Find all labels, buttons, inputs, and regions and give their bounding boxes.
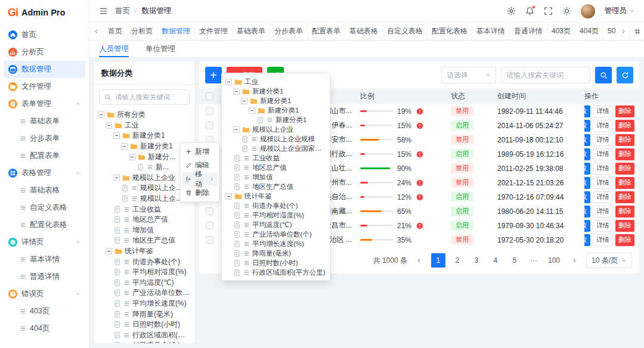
sidebar-item[interactable]: 表单管理 (4, 95, 85, 113)
tree-leaf-node[interactable]: 平均温度(℃) (98, 278, 191, 288)
tree-leaf-node[interactable]: 街道办事处(个) (98, 256, 191, 267)
sidebar-item[interactable]: 首页 (4, 26, 85, 44)
tree-expander-icon[interactable] (113, 175, 120, 181)
search-button[interactable] (595, 67, 612, 83)
tree-leaf-node[interactable]: 日照时数(小时) (98, 319, 191, 330)
edit-button[interactable]: 修改 (584, 177, 590, 189)
tree-expander-icon[interactable] (121, 143, 128, 150)
tab-item[interactable]: 配置化表格 (428, 23, 472, 40)
context-menu-item[interactable]: 删除 (182, 186, 217, 200)
detail-button[interactable]: 详情 (593, 177, 613, 189)
sidebar-item[interactable]: 分析页 (4, 44, 85, 61)
tree-leaf-node[interactable]: 降雨量(毫米) (98, 309, 191, 319)
tree-folder-node[interactable]: 新建分类1 (225, 105, 326, 115)
tree-leaf-node[interactable]: 增加值 (225, 172, 326, 182)
page-button[interactable]: 5 (507, 253, 522, 268)
filter-select[interactable]: 请选择 (441, 67, 496, 83)
subtab-item[interactable]: 单位管理 (145, 41, 175, 57)
tree-expander-icon[interactable] (129, 154, 135, 160)
detail-button[interactable]: 详情 (593, 220, 613, 232)
tree-leaf-node[interactable]: 村民委员会(个) (98, 340, 191, 343)
delete-row-button[interactable]: 删除 (615, 148, 634, 160)
edit-button[interactable]: 修改 (584, 105, 590, 117)
tree-leaf-node[interactable]: 平均增长速度(%) (225, 239, 326, 248)
tabs-scroll-right-icon[interactable] (615, 23, 630, 40)
edit-button[interactable]: 修改 (584, 120, 590, 132)
tree-folder-node[interactable]: 新建分类1 (98, 141, 191, 152)
delete-row-button[interactable]: 删除 (615, 120, 634, 132)
sidebar-item[interactable]: 文件管理 (4, 78, 85, 95)
tree-leaf-node[interactable]: 平均温度(℃) (225, 220, 326, 229)
row-checkbox[interactable] (206, 122, 213, 129)
subtab-item[interactable]: 人员管理 (99, 41, 129, 57)
sidebar-item[interactable]: 数据管理 (4, 61, 85, 78)
tab-item[interactable]: 分析页 (127, 23, 157, 40)
tree-leaf-node[interactable]: 产业活动单位数(个) (225, 229, 326, 239)
detail-button[interactable]: 详情 (593, 206, 613, 218)
tree-folder-node[interactable]: 新建分类1 (98, 130, 191, 141)
select-all-checkbox[interactable] (206, 92, 213, 100)
theme-icon[interactable] (562, 7, 571, 15)
page-button[interactable]: 4 (488, 253, 503, 268)
sidebar-subitem[interactable]: 配置化表格 (4, 216, 85, 234)
tree-leaf-node[interactable]: 地区总产值 (225, 163, 326, 172)
tree-folder-node[interactable]: 统计年鉴 (98, 246, 191, 257)
tab-item[interactable]: 基本详情 (472, 23, 510, 40)
tab-item[interactable]: 500页 (603, 23, 615, 40)
page-ellipsis[interactable]: ··· (527, 253, 541, 268)
page-button[interactable]: 100 (546, 253, 562, 268)
delete-row-button[interactable]: 删除 (615, 105, 634, 117)
sidebar-subitem[interactable]: 403页 (4, 303, 85, 320)
detail-button[interactable]: 详情 (593, 234, 613, 246)
tree-expander-icon[interactable] (233, 88, 240, 95)
fullscreen-icon[interactable] (544, 7, 553, 15)
tree-expander-icon[interactable] (98, 111, 104, 118)
detail-button[interactable]: 详情 (593, 148, 613, 160)
edit-button[interactable]: 修改 (584, 148, 590, 160)
detail-button[interactable]: 详情 (593, 134, 613, 146)
delete-row-button[interactable]: 删除 (615, 134, 634, 146)
delete-row-button[interactable]: 删除 (615, 206, 634, 218)
tree-leaf-node[interactable]: 新建分类1 (225, 115, 326, 125)
tree-leaf-node[interactable]: 规模以上企... (98, 194, 191, 204)
tree-leaf-node[interactable]: 地区总产值 (98, 215, 191, 225)
tree-leaf-node[interactable]: 产业活动单位数(个) (98, 288, 191, 299)
context-menu-item[interactable]: 新增 (182, 145, 217, 159)
tab-item[interactable]: 配置表单 (308, 23, 345, 40)
tab-item[interactable]: 403页 (547, 23, 575, 40)
sidebar-subitem[interactable]: 404页 (4, 320, 85, 337)
tree-leaf-node[interactable]: 工业收益 (225, 153, 326, 163)
sidebar-subitem[interactable]: 分步表单 (4, 130, 85, 147)
prev-page-button[interactable] (412, 253, 426, 268)
page-size-select[interactable]: 10 条/页 (586, 253, 632, 268)
edit-button[interactable]: 修改 (584, 220, 590, 232)
sidebar-item[interactable]: 错误页 (4, 285, 85, 303)
tree-expander-icon[interactable] (225, 193, 232, 200)
edit-button[interactable]: 修改 (584, 163, 590, 175)
row-checkbox[interactable] (206, 207, 213, 215)
sidebar-subitem[interactable]: 普通详情 (4, 268, 85, 285)
edit-button[interactable]: 修改 (584, 134, 590, 146)
sidebar-subitem[interactable]: 配置表单 (4, 147, 85, 164)
tree-expander-icon[interactable] (249, 107, 255, 114)
tree-leaf-node[interactable]: 行政区域面积(平方公里) (225, 268, 326, 277)
delete-row-button[interactable]: 删除 (615, 163, 634, 175)
tree-leaf-node[interactable]: 平均相对湿度(%) (225, 210, 326, 220)
tree-leaf-node[interactable]: 平均相对湿度(%) (98, 267, 191, 278)
tab-item[interactable]: 基础表单 (233, 23, 270, 40)
sidebar-subitem[interactable]: 自定义表格 (4, 199, 85, 216)
tree-expander-icon[interactable] (233, 126, 240, 133)
tree-leaf-node[interactable]: 工业收益 (98, 204, 191, 215)
tab-item[interactable]: 普通详情 (510, 23, 547, 40)
tree-leaf-node[interactable]: 增加值 (98, 225, 191, 236)
delete-row-button[interactable]: 删除 (615, 234, 634, 246)
row-checkbox[interactable] (206, 222, 213, 229)
tree-leaf-node[interactable]: 规模以上企... (98, 183, 191, 194)
tree-leaf-node[interactable]: 平均增长速度(%) (98, 299, 191, 309)
tree-folder-node[interactable]: 所有分类 (98, 110, 191, 120)
tab-item[interactable]: 自定义表格 (383, 23, 428, 40)
table-search-input[interactable] (501, 67, 590, 83)
tree-expander-icon[interactable] (106, 248, 112, 254)
tab-item[interactable]: 数据管理 (157, 23, 195, 40)
sidebar-subitem[interactable]: 基础表格 (4, 182, 85, 199)
